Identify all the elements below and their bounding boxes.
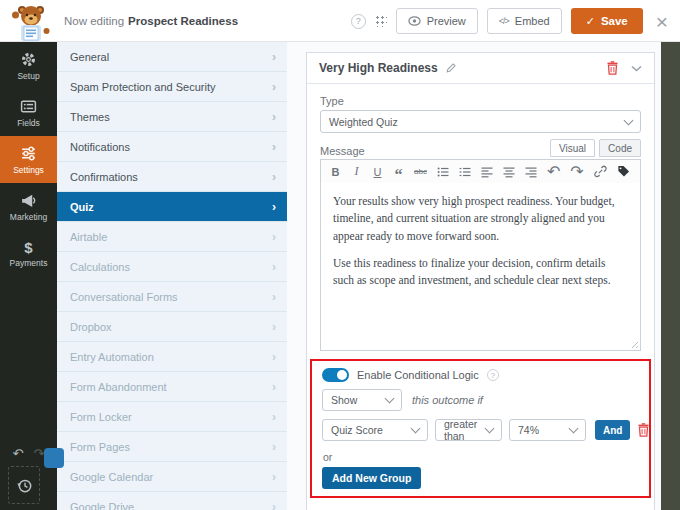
gear-icon	[20, 51, 37, 68]
menu-item-airtable[interactable]: Airtable›	[57, 222, 287, 252]
conditional-logic-toggle[interactable]	[322, 368, 349, 382]
bold-icon[interactable]: B	[330, 164, 341, 179]
editor-toolbar: B I U “ abc	[320, 159, 641, 184]
chevron-right-icon: ›	[272, 260, 276, 274]
message-label: Message	[320, 145, 365, 157]
menu-item-form-pages[interactable]: Form Pages›	[57, 432, 287, 462]
menu-item-google-drive[interactable]: Google Drive›	[57, 492, 287, 510]
italic-icon[interactable]: I	[351, 164, 362, 179]
chevron-right-icon: ›	[272, 290, 276, 304]
menu-item-dropbox[interactable]: Dropbox›	[57, 312, 287, 342]
link-icon[interactable]	[594, 164, 607, 179]
chevron-right-icon: ›	[272, 140, 276, 154]
blockquote-icon[interactable]: “	[393, 168, 404, 183]
chevron-down-icon	[624, 115, 634, 125]
question-circle-icon[interactable]: ?	[487, 369, 499, 381]
condition-field-select[interactable]: Quiz Score	[322, 419, 428, 441]
condition-suffix-text: this outcome if	[412, 394, 483, 406]
menu-item-general[interactable]: General›	[57, 42, 287, 72]
smart-tags-icon[interactable]	[617, 164, 630, 179]
menu-item-google-calendar[interactable]: Google Calendar›	[57, 462, 287, 492]
settings-menu: General› Spam Protection and Security› T…	[57, 42, 287, 510]
chevron-right-icon: ›	[272, 170, 276, 184]
outcome-card: Very High Readiness	[306, 52, 655, 510]
chevron-right-icon: ›	[272, 80, 276, 94]
or-text: or	[323, 451, 332, 463]
chevron-down-icon	[485, 424, 495, 434]
sidebar-item-settings[interactable]: Settings	[0, 136, 57, 183]
menu-item-conversational-forms[interactable]: Conversational Forms›	[57, 282, 287, 312]
redo-icon[interactable]: ↷	[570, 164, 583, 179]
redo-icon[interactable]: ↷	[34, 446, 45, 461]
align-right-icon[interactable]	[525, 164, 537, 179]
sidebar-item-setup[interactable]: Setup	[0, 42, 57, 89]
chevron-right-icon: ›	[272, 380, 276, 394]
save-button[interactable]: ✓ Save	[571, 8, 643, 34]
sidebar-item-marketing[interactable]: Marketing	[0, 183, 57, 230]
align-left-icon[interactable]	[481, 164, 493, 179]
menu-item-themes[interactable]: Themes›	[57, 102, 287, 132]
sidebar-item-payments[interactable]: $ Payments	[0, 230, 57, 277]
sliders-icon	[20, 145, 37, 162]
condition-value-select[interactable]: 74%	[509, 419, 586, 441]
underline-icon[interactable]: U	[372, 164, 383, 179]
menu-item-spam-protection[interactable]: Spam Protection and Security›	[57, 72, 287, 102]
type-label: Type	[320, 95, 344, 107]
builder-sidebar: Setup Fields Settings	[0, 42, 57, 510]
history-clock-icon	[16, 477, 33, 494]
resize-handle[interactable]	[629, 339, 638, 348]
revisions-button[interactable]	[8, 466, 40, 504]
wpforms-bear-logo	[9, 3, 53, 41]
apps-grid-icon[interactable]	[375, 15, 387, 27]
add-new-group-button[interactable]: Add New Group	[322, 467, 421, 489]
help-beacon[interactable]	[44, 448, 64, 468]
menu-item-quiz[interactable]: Quiz›	[57, 192, 287, 222]
message-paragraph: Use this readiness to finalize your deci…	[333, 255, 628, 290]
collapse-chevron-icon[interactable]	[631, 65, 642, 72]
menu-item-form-abandonment[interactable]: Form Abandonment›	[57, 372, 287, 402]
sidebar-item-fields[interactable]: Fields	[0, 89, 57, 136]
embed-button[interactable]: </> Embed	[487, 8, 562, 34]
right-edge-strip	[661, 42, 680, 510]
bullet-list-icon[interactable]	[437, 164, 449, 179]
chevron-right-icon: ›	[272, 200, 276, 214]
edit-pencil-icon[interactable]	[445, 62, 457, 74]
menu-item-entry-automation[interactable]: Entry Automation›	[57, 342, 287, 372]
tab-code[interactable]: Code	[599, 139, 641, 157]
top-bar: Now editing Prospect Readiness ? Preview…	[0, 0, 680, 42]
form-fields-icon	[20, 98, 37, 115]
undo-icon[interactable]: ↶	[13, 446, 24, 461]
align-center-icon[interactable]	[503, 164, 515, 179]
settings-content-area: Very High Readiness	[287, 42, 661, 510]
chevron-right-icon: ›	[272, 230, 276, 244]
action-select[interactable]: Show	[322, 389, 402, 411]
form-name: Prospect Readiness	[128, 15, 238, 27]
close-icon[interactable]: ×	[656, 11, 668, 32]
condition-operator-select[interactable]: greater than	[435, 419, 502, 441]
menu-item-calculations[interactable]: Calculations›	[57, 252, 287, 282]
chevron-down-icon	[411, 424, 421, 434]
type-select[interactable]: Weighted Quiz	[320, 110, 641, 133]
dollar-icon: $	[24, 240, 32, 255]
chevron-right-icon: ›	[272, 410, 276, 424]
preview-button[interactable]: Preview	[396, 8, 478, 34]
chevron-down-icon	[385, 394, 395, 404]
tab-visual[interactable]: Visual	[550, 139, 595, 157]
chevron-right-icon: ›	[272, 320, 276, 334]
strikethrough-icon[interactable]: abc	[414, 164, 427, 179]
eye-icon	[408, 16, 421, 26]
chevron-right-icon: ›	[272, 350, 276, 364]
chevron-right-icon: ›	[272, 470, 276, 484]
menu-item-notifications[interactable]: Notifications›	[57, 132, 287, 162]
and-button[interactable]: And	[595, 420, 630, 440]
conditional-logic-label: Enable Conditional Logic	[357, 369, 479, 381]
menu-item-confirmations[interactable]: Confirmations›	[57, 162, 287, 192]
ordered-list-icon[interactable]	[459, 164, 471, 179]
message-editor[interactable]: Your results show very high prospect rea…	[320, 183, 641, 351]
delete-rule-trash-icon[interactable]	[637, 423, 650, 437]
chevron-right-icon: ›	[272, 50, 276, 64]
menu-item-form-locker[interactable]: Form Locker›	[57, 402, 287, 432]
help-icon[interactable]: ?	[351, 14, 366, 29]
undo-icon[interactable]: ↶	[547, 164, 560, 179]
trash-icon[interactable]	[606, 61, 619, 75]
